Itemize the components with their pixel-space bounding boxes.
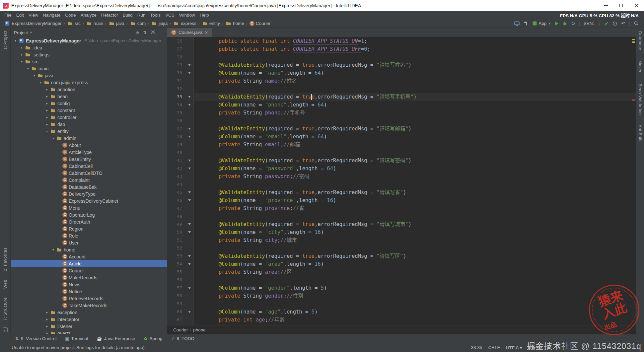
event-log-icon[interactable] <box>4 346 8 349</box>
expand-collapse-icon[interactable]: ⇅ <box>143 30 147 35</box>
code-line-36[interactable]: 36 <box>167 117 636 125</box>
tree-item-menu[interactable]: CMenu <box>11 204 167 211</box>
code-line-60[interactable]: 60 @Column(name = "age",length = 5) <box>167 308 636 316</box>
tree-item-config[interactable]: ▸config <box>11 100 167 107</box>
tree-item-orderauth[interactable]: COrderAuth <box>11 218 167 225</box>
tree-expand-icon[interactable]: ▸ <box>44 317 50 321</box>
code-line-29[interactable]: 29 @ValidateEntity(required = true,error… <box>167 61 636 69</box>
tree-item-entity[interactable]: ▾entity <box>11 128 167 135</box>
code-line-35[interactable]: 35 private String phone;//手机号 <box>167 109 636 117</box>
code-line-53[interactable]: 53 @ValidateEntity(required = true,error… <box>167 252 636 260</box>
code-line-57[interactable]: 57 @Column(name = "gender",length = 5) <box>167 284 636 292</box>
fold-gutter[interactable] <box>185 157 194 165</box>
tree-item-operaterlog[interactable]: COperaterLog <box>11 211 167 218</box>
code-line-30[interactable]: 30 @Column(name = "name",length = 64) <box>167 69 636 77</box>
tree-expand-icon[interactable]: ▾ <box>19 60 25 63</box>
run-button[interactable] <box>555 22 558 26</box>
stripe-button-web[interactable]: Web <box>3 280 8 289</box>
breadcrumb-item-java[interactable]: java <box>108 21 125 26</box>
inspections-profile-icon[interactable] <box>556 345 560 350</box>
fold-gutter[interactable] <box>185 165 194 173</box>
fold-gutter[interactable] <box>185 228 194 236</box>
tree-item-role[interactable]: CRole <box>11 232 167 239</box>
tree-item-baseentity[interactable]: CBaseEntity <box>11 156 167 163</box>
editor-breadcrumb-phone[interactable]: phone <box>193 327 206 332</box>
run-configuration-selector[interactable]: App ▼ <box>533 21 551 26</box>
menu-run[interactable]: Run <box>135 12 148 18</box>
code-line-28[interactable]: 28 <box>167 53 636 61</box>
vcs-update-icon[interactable]: ↓ <box>598 21 601 26</box>
tree-expand-icon[interactable]: ▸ <box>44 324 50 328</box>
tree-item-takemakerecords[interactable]: CTakeMakeRecords <box>11 302 167 309</box>
warning-mark[interactable] <box>632 39 635 40</box>
tree-expand-icon[interactable]: ▾ <box>32 74 37 77</box>
menu-code[interactable]: Code <box>63 12 78 18</box>
tree-item-quartz[interactable]: ▸quartz <box>11 330 167 334</box>
history-clock-icon[interactable] <box>612 21 617 26</box>
tree-expand-icon[interactable]: ▸ <box>44 311 50 314</box>
breadcrumb-item-expressdeliverymanager[interactable]: ExpressDeliveryManager <box>3 21 62 26</box>
rollback-icon[interactable]: ↶ <box>621 21 625 26</box>
menu-edit[interactable]: Edit <box>14 12 26 18</box>
toolbar-terminal[interactable]: ▣Terminal <box>65 336 88 341</box>
menu-tools[interactable]: Tools <box>148 12 163 18</box>
tree-item-user[interactable]: CUser <box>11 239 167 246</box>
tree-item-complaint[interactable]: CComplaint <box>11 176 167 183</box>
status-indent[interactable]: Tab* ▾ <box>528 345 540 350</box>
code-line-47[interactable]: 47 private String province;//省 <box>167 204 636 212</box>
maximize-button[interactable] <box>613 0 629 11</box>
stripe-button-ant-build[interactable]: Ant Build <box>638 125 642 143</box>
breadcrumb-item-main[interactable]: main <box>85 21 104 26</box>
tree-item-about[interactable]: CAbout <box>11 142 167 149</box>
tree-item-expressdeliverymanager[interactable]: ▾ExpressDeliveryManagerE:\idea_space\Exp… <box>11 37 167 44</box>
fold-gutter[interactable] <box>185 308 194 316</box>
menu-refactor[interactable]: Refactor <box>99 12 120 18</box>
tree-item-constant[interactable]: ▸constant <box>11 107 167 114</box>
tree-item-home[interactable]: ▾home <box>11 246 167 253</box>
menu-analyze[interactable]: Analyze <box>78 12 99 18</box>
tree-item-annotion[interactable]: ▸annotion <box>11 86 167 93</box>
tab-close-icon[interactable]: ✕ <box>205 31 208 35</box>
code-line-26[interactable]: 26 public static final int COURIER_APP_S… <box>167 37 636 45</box>
code-line-33[interactable]: 33 @ValidateEntity(required = true,error… <box>167 93 636 101</box>
tree-item-articletype[interactable]: CArticleType <box>11 149 167 156</box>
code-line-38[interactable]: 38 @Column(name = "email",length = 64) <box>167 133 636 141</box>
menu-view[interactable]: View <box>26 12 40 18</box>
tree-item-deliverytype[interactable]: CDeliveryType <box>11 190 167 197</box>
code-line-40[interactable]: 40 <box>167 149 636 157</box>
code-line-50[interactable]: 50 @Column(name = "city",length = 16) <box>167 228 636 236</box>
fold-gutter[interactable] <box>185 133 194 141</box>
tree-item-cabinetcelldto[interactable]: CCabinetCellDTO <box>11 170 167 176</box>
tree-item-.idea[interactable]: ▸.idea <box>11 44 167 51</box>
menu-build[interactable]: Build <box>120 12 135 18</box>
breadcrumb-item-entity[interactable]: entity <box>201 21 221 26</box>
tree-item-account[interactable]: CAccount <box>11 253 167 260</box>
tree-expand-icon[interactable]: ▸ <box>44 108 50 112</box>
stripe-button--favorites[interactable]: 2: Favorites <box>3 247 8 271</box>
tree-item-listener[interactable]: ▸listener <box>11 323 167 330</box>
code-line-31[interactable]: 31 private String name;//姓名 <box>167 77 636 85</box>
code-line-39[interactable]: 39 private String email;//邮箱 <box>167 141 636 149</box>
tree-item-news[interactable]: CNews <box>11 281 167 288</box>
tree-item-admin[interactable]: ▾admin <box>11 135 167 142</box>
code-editor[interactable]: 26 public static final int COURIER_APP_S… <box>167 37 636 325</box>
menu-help[interactable]: Help <box>197 12 211 18</box>
tool-windows-toggle-icon[interactable] <box>3 327 8 332</box>
readonly-lock-icon[interactable] <box>546 345 550 350</box>
tree-expand-icon[interactable]: ▾ <box>50 248 56 251</box>
tab-courier-java[interactable]: C Courier.java ✕ <box>167 28 212 37</box>
tree-item-main[interactable]: ▾main <box>11 65 167 72</box>
tree-expand-icon[interactable]: ▾ <box>50 136 56 140</box>
breadcrumb-item-src[interactable]: src <box>66 21 81 26</box>
code-line-27[interactable]: 27 public static final int COURIER_APP_S… <box>167 45 636 53</box>
menu-file[interactable]: File <box>2 12 14 18</box>
fold-gutter[interactable] <box>185 93 194 101</box>
menu-vcs[interactable]: VCS <box>163 12 177 18</box>
stripe-button-bean-validation[interactable]: Bean Validation <box>638 84 642 115</box>
breadcrumb-item-jiajia[interactable]: jiajia <box>150 21 168 26</box>
error-stripe[interactable] <box>631 37 636 325</box>
toolbar-spring[interactable]: ✿Spring <box>144 336 163 341</box>
rerun-icon[interactable]: ↻ <box>571 21 575 26</box>
code-line-45[interactable]: 45 @ValidateEntity(required = true,error… <box>167 188 636 196</box>
tree-item-article[interactable]: CArticle <box>11 260 167 267</box>
